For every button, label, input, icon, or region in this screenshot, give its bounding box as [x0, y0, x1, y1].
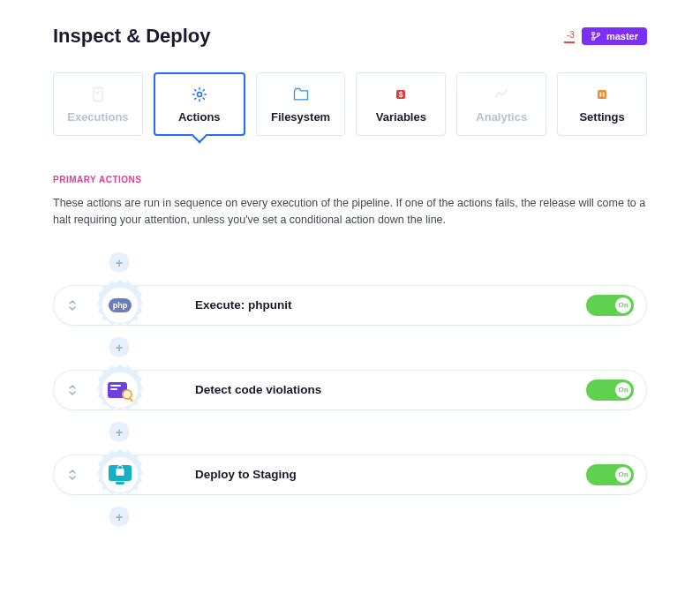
- tab-analytics: Analytics: [456, 72, 546, 136]
- svg-text:$: $: [399, 90, 403, 99]
- deploy-icon: [109, 465, 132, 485]
- section-title: PRIMARY ACTIONS: [53, 175, 647, 184]
- header: Inspect & Deploy -3 master: [53, 25, 647, 48]
- drag-icon: [67, 470, 78, 480]
- analytics-icon: [493, 86, 510, 103]
- tab-executions: Executions: [53, 72, 143, 136]
- variables-icon: $: [392, 86, 410, 103]
- tab-label: Analytics: [476, 110, 527, 124]
- add-action-button[interactable]: +: [106, 504, 132, 530]
- filesystem-icon: [292, 86, 310, 103]
- page-title: Inspect & Deploy: [53, 25, 210, 48]
- tab-settings[interactable]: Settings: [557, 72, 647, 136]
- tabs: Executions Actions Filesystem $ Variable…: [53, 72, 647, 136]
- action-label: Execute: phpunit: [195, 298, 586, 312]
- code-scan-icon: [108, 380, 132, 400]
- action-icon: [93, 363, 147, 417]
- tab-label: Filesystem: [271, 110, 330, 124]
- tab-actions[interactable]: Actions: [154, 72, 245, 136]
- plus-icon: +: [116, 510, 123, 524]
- tab-variables[interactable]: $ Variables: [356, 72, 446, 136]
- tab-caret-icon: [192, 129, 207, 144]
- action-toggle[interactable]: On: [586, 295, 634, 316]
- php-icon: php: [109, 298, 132, 312]
- branch-icon: [591, 31, 601, 41]
- svg-rect-9: [603, 92, 605, 96]
- drag-handle[interactable]: [54, 385, 91, 395]
- action-icon: php: [93, 278, 147, 333]
- action-icon: [93, 447, 147, 502]
- tab-label: Executions: [67, 110, 128, 124]
- drag-handle[interactable]: [54, 470, 91, 480]
- status-indicator[interactable]: -3: [564, 30, 575, 43]
- actions-icon: [191, 86, 208, 103]
- executions-icon: [89, 86, 107, 103]
- branch-selector[interactable]: master: [582, 27, 647, 45]
- tab-label: Settings: [579, 110, 624, 124]
- drag-handle[interactable]: [54, 300, 91, 311]
- action-row[interactable]: php Execute: phpunit On: [53, 285, 647, 326]
- add-action-button[interactable]: +: [106, 334, 132, 361]
- drag-icon: [67, 300, 78, 311]
- action-label: Deploy to Staging: [195, 468, 586, 481]
- action-label: Detect code violations: [195, 383, 586, 396]
- plus-icon: +: [116, 341, 123, 355]
- toggle-knob: On: [615, 297, 631, 313]
- toggle-knob: On: [615, 382, 631, 398]
- action-row[interactable]: Deploy to Staging On: [53, 454, 647, 495]
- settings-icon: [593, 86, 611, 103]
- tab-label: Variables: [376, 110, 426, 124]
- add-action-button[interactable]: +: [106, 419, 132, 446]
- svg-rect-3: [94, 87, 102, 101]
- svg-point-4: [197, 92, 201, 96]
- status-count: -3: [567, 30, 575, 40]
- drag-icon: [67, 385, 78, 395]
- add-action-button[interactable]: +: [106, 250, 132, 276]
- action-toggle[interactable]: On: [586, 464, 634, 485]
- branch-label: master: [606, 31, 638, 41]
- svg-rect-7: [598, 90, 606, 99]
- plus-icon: +: [116, 425, 123, 439]
- status-bar-icon: [564, 41, 575, 43]
- svg-rect-8: [600, 92, 602, 96]
- tab-label: Actions: [178, 110, 221, 124]
- action-toggle[interactable]: On: [586, 379, 634, 401]
- toggle-knob: On: [615, 467, 631, 483]
- actions-list: + php Execute: phpunit On: [53, 250, 647, 530]
- tab-filesystem[interactable]: Filesystem: [256, 72, 346, 136]
- section-description: These actions are run in sequence on eve…: [53, 195, 647, 229]
- action-row[interactable]: Detect code violations On: [53, 370, 647, 410]
- plus-icon: +: [116, 256, 123, 270]
